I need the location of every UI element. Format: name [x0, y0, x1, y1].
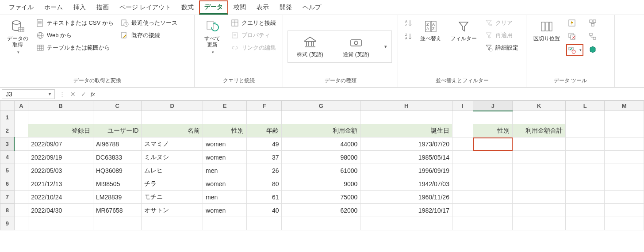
cell-L5[interactable] — [565, 164, 605, 177]
cell-A2[interactable] — [14, 124, 28, 137]
column-header-L[interactable]: L — [565, 101, 605, 111]
formula-input[interactable] — [96, 90, 644, 99]
cell-D7[interactable]: モチニ — [142, 191, 203, 204]
cell-G5[interactable]: 61000 — [282, 164, 360, 177]
cell-H3[interactable]: 1973/07/20 — [360, 137, 452, 151]
cell-I8[interactable] — [452, 204, 473, 217]
cell-B3[interactable]: 2022/09/07 — [28, 137, 93, 151]
row-header-7[interactable]: 7 — [0, 191, 15, 204]
cell-J3[interactable] — [473, 137, 513, 151]
cell-L4[interactable] — [565, 151, 605, 164]
cell-J6[interactable] — [473, 177, 513, 191]
column-header-D[interactable]: D — [142, 101, 203, 111]
cell-F9[interactable] — [247, 217, 282, 230]
tab-home[interactable]: ホーム — [39, 1, 68, 14]
column-header-M[interactable]: M — [605, 101, 644, 111]
cell-K2[interactable]: 利用金額合計 — [513, 124, 566, 137]
refresh-all-button[interactable]: すべて 更新 — [199, 18, 226, 56]
name-box[interactable]: J3 ▾ — [2, 89, 55, 99]
data-validation-button[interactable] — [566, 44, 583, 56]
cell-I6[interactable] — [452, 177, 473, 191]
cell-E8[interactable]: women — [203, 204, 247, 217]
cell-M4[interactable] — [605, 151, 644, 164]
cell-G7[interactable]: 75000 — [282, 191, 360, 204]
tab-developer[interactable]: 開発 — [274, 1, 297, 14]
row-header-2[interactable]: 2 — [0, 124, 15, 137]
cell-B4[interactable]: 2022/09/19 — [28, 151, 93, 164]
from-web-button[interactable]: Web から — [34, 30, 115, 41]
cell-M3[interactable] — [605, 137, 644, 151]
cell-D5[interactable]: ムレヒ — [142, 164, 203, 177]
cell-C5[interactable]: HQ36089 — [93, 164, 141, 177]
existing-connections-button[interactable]: 既存の接続 — [119, 30, 179, 41]
cell-M6[interactable] — [605, 177, 644, 191]
cell-L6[interactable] — [565, 177, 605, 191]
sort-desc-button[interactable]: ZA — [402, 31, 414, 42]
cell-M1[interactable] — [605, 111, 644, 124]
cell-J5[interactable] — [473, 164, 513, 177]
cell-A7[interactable] — [14, 191, 28, 204]
cell-J1[interactable] — [473, 111, 513, 124]
cell-G4[interactable]: 98000 — [282, 151, 360, 164]
cell-K5[interactable] — [513, 164, 566, 177]
column-header-K[interactable]: K — [513, 101, 566, 111]
column-header-G[interactable]: G — [282, 101, 360, 111]
data-types-dropdown[interactable]: ▾ — [384, 44, 387, 50]
cell-I9[interactable] — [452, 217, 473, 230]
row-header-6[interactable]: 6 — [0, 177, 15, 191]
cell-F5[interactable]: 26 — [247, 164, 282, 177]
cell-L2[interactable] — [565, 124, 605, 137]
cell-I2[interactable] — [452, 124, 473, 137]
cell-C6[interactable]: MI98505 — [93, 177, 141, 191]
cell-K1[interactable] — [513, 111, 566, 124]
cell-H7[interactable]: 1960/11/26 — [360, 191, 452, 204]
column-header-F[interactable]: F — [247, 101, 282, 111]
cell-E9[interactable] — [203, 217, 247, 230]
cell-H2[interactable]: 誕生日 — [360, 124, 452, 137]
cell-E6[interactable]: women — [203, 177, 247, 191]
cell-H5[interactable]: 1996/09/19 — [360, 164, 452, 177]
cell-H1[interactable] — [360, 111, 452, 124]
cell-D6[interactable]: チラ — [142, 177, 203, 191]
tab-review[interactable]: 校閲 — [228, 1, 251, 14]
cell-B8[interactable]: 2022/04/30 — [28, 204, 93, 217]
cell-E5[interactable]: men — [203, 164, 247, 177]
row-header-5[interactable]: 5 — [0, 164, 15, 177]
cell-G2[interactable]: 利用金額 — [282, 124, 360, 137]
text-to-columns-button[interactable]: 区切り位置 — [531, 18, 563, 43]
column-header-I[interactable]: I — [452, 101, 473, 111]
select-all-corner[interactable] — [0, 101, 15, 111]
cell-L1[interactable] — [565, 111, 605, 124]
cell-K9[interactable] — [513, 217, 566, 230]
cell-E7[interactable]: men — [203, 191, 247, 204]
tab-file[interactable]: ファイル — [4, 1, 39, 14]
cell-L3[interactable] — [565, 137, 605, 151]
cell-E4[interactable]: women — [203, 151, 247, 164]
row-header-4[interactable]: 4 — [0, 151, 15, 164]
column-header-E[interactable]: E — [203, 101, 247, 111]
sort-asc-button[interactable]: AZ — [402, 18, 414, 28]
cell-D4[interactable]: ミルヌシ — [142, 151, 203, 164]
currency-type-button[interactable]: 通貨 (英語) — [338, 34, 374, 59]
cell-K8[interactable] — [513, 204, 566, 217]
cell-A6[interactable] — [14, 177, 28, 191]
cell-F2[interactable]: 年齢 — [247, 124, 282, 137]
from-table-button[interactable]: テーブルまたは範囲から — [34, 42, 115, 53]
data-model-button[interactable] — [587, 44, 598, 55]
cell-A4[interactable] — [14, 151, 28, 164]
tab-view[interactable]: 表示 — [251, 1, 274, 14]
cell-C3[interactable]: AI96788 — [93, 137, 141, 151]
column-header-C[interactable]: C — [93, 101, 141, 111]
cell-L7[interactable] — [565, 191, 605, 204]
fx-icon[interactable]: fx — [89, 91, 96, 98]
cell-D8[interactable]: オサトン — [142, 204, 203, 217]
cell-E3[interactable]: women — [203, 137, 247, 151]
queries-connections-button[interactable]: クエリと接続 — [229, 18, 278, 28]
tab-insert[interactable]: 挿入 — [68, 1, 91, 14]
cell-M5[interactable] — [605, 164, 644, 177]
cell-G8[interactable]: 62000 — [282, 204, 360, 217]
row-header-1[interactable]: 1 — [0, 111, 15, 124]
cell-G3[interactable]: 44000 — [282, 137, 360, 151]
cell-L9[interactable] — [565, 217, 605, 230]
cell-J7[interactable] — [473, 191, 513, 204]
